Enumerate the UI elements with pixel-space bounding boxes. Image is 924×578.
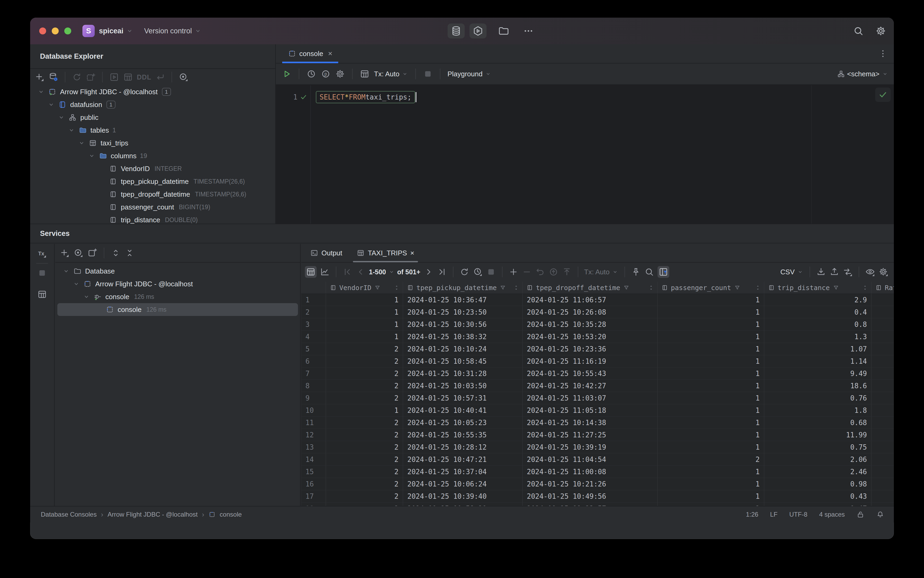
unlock-icon[interactable] <box>856 510 864 518</box>
cell-passenger-count[interactable]: 1 <box>658 404 764 416</box>
cell-passenger-count[interactable]: 1 <box>658 331 764 343</box>
grid-tx-dropdown[interactable]: Tx: Auto <box>584 268 619 276</box>
export-format-dropdown[interactable]: CSV <box>780 268 804 276</box>
select-opened-element-icon[interactable] <box>178 72 189 82</box>
grid-settings-gear-icon[interactable] <box>879 267 888 277</box>
row-number[interactable]: 5 <box>301 343 326 355</box>
sql-statement-line[interactable]: SELECT * FROM taxi_trips; <box>316 89 417 105</box>
jump-to-console-icon[interactable] <box>155 72 165 82</box>
cell-trip-distance[interactable]: 1.07 <box>764 343 871 355</box>
cell-trip-distance[interactable]: 1.14 <box>764 355 871 367</box>
close-window-button[interactable] <box>39 28 46 34</box>
row-number[interactable]: 7 <box>301 367 326 380</box>
chevron-down-icon[interactable] <box>72 280 80 288</box>
cell-trip-distance[interactable]: 0.76 <box>764 392 871 404</box>
cell-trip-distance[interactable]: 0.43 <box>764 490 871 502</box>
pin-tab-icon[interactable] <box>631 267 641 277</box>
cell-tpep-pickup-datetime[interactable]: 2024-01-25 10:58:45 <box>403 355 522 367</box>
history-icon[interactable] <box>306 69 316 79</box>
cell-vendorid[interactable]: 2 <box>326 466 403 478</box>
row-number[interactable]: 17 <box>301 490 326 502</box>
zoom-window-button[interactable] <box>64 28 71 34</box>
find-in-grid-icon[interactable] <box>644 267 654 277</box>
tab-options-kebab-icon[interactable] <box>878 49 888 59</box>
cell-tpep-pickup-datetime[interactable]: 2024-01-25 10:38:32 <box>403 331 522 343</box>
row-number[interactable]: 9 <box>301 392 326 404</box>
cell-vendorid[interactable]: 2 <box>326 392 403 404</box>
sort-arrows-icon[interactable] <box>754 284 761 291</box>
parameters-icon[interactable]: p <box>321 69 331 79</box>
minimize-window-button[interactable] <box>52 28 59 34</box>
tree-item-columns[interactable]: columns19 <box>30 149 275 162</box>
cell-tpep-pickup-datetime[interactable]: 2024-01-25 10:47:21 <box>403 453 522 465</box>
tree-item-datafusion[interactable]: datafusion1 <box>30 98 275 111</box>
tree-item-console[interactable]: console126 ms <box>57 303 298 316</box>
cell-rate[interactable] <box>871 441 894 453</box>
cell-tpep-pickup-datetime[interactable]: 2024-01-25 10:57:31 <box>403 392 522 404</box>
refresh-icon[interactable] <box>72 72 82 82</box>
cell-trip-distance[interactable]: 0.68 <box>764 417 871 429</box>
tree-item-tables[interactable]: tables1 <box>30 124 275 136</box>
cell-rate[interactable] <box>871 367 894 380</box>
cell-tpep-dropoff-datetime[interactable]: 2024-01-25 10:42:27 <box>522 380 658 392</box>
cell-rate[interactable] <box>871 404 894 416</box>
console-settings-icon[interactable] <box>335 69 345 79</box>
close-tab-icon[interactable]: × <box>328 49 332 58</box>
row-number[interactable]: 3 <box>301 318 326 330</box>
cell-tpep-dropoff-datetime[interactable]: 2024-01-25 10:23:36 <box>522 343 658 355</box>
inspections-widget[interactable] <box>875 88 891 102</box>
cell-vendorid[interactable]: 2 <box>326 429 403 441</box>
cell-trip-distance[interactable]: 0.75 <box>764 441 871 453</box>
tab-output[interactable]: Output <box>305 244 348 262</box>
cell-tpep-dropoff-datetime[interactable]: 2024-01-25 11:00:08 <box>522 466 658 478</box>
cell-vendorid[interactable]: 2 <box>326 478 403 490</box>
notifications-bell-icon[interactable] <box>876 510 884 518</box>
cell-vendorid[interactable]: 2 <box>326 453 403 465</box>
import-data-icon[interactable] <box>829 267 840 277</box>
more-actions-icon[interactable] <box>523 25 534 37</box>
stop-process-icon[interactable] <box>37 268 47 278</box>
cell-tpep-dropoff-datetime[interactable]: 2024-01-25 10:55:43 <box>522 367 658 380</box>
select-in-services-icon[interactable] <box>73 248 83 258</box>
cell-tpep-pickup-datetime[interactable]: 2024-01-25 10:03:50 <box>403 380 522 392</box>
tree-item-arrow-flight-jdbc-localhost[interactable]: Arrow Flight JDBC - @localhost1 <box>30 85 275 98</box>
cell-tpep-dropoff-datetime[interactable]: 2024-01-25 10:21:26 <box>522 478 658 490</box>
cell-rate[interactable] <box>871 429 894 441</box>
row-number[interactable]: 6 <box>301 355 326 367</box>
cell-tpep-dropoff-datetime[interactable]: 2024-01-25 11:04:54 <box>522 453 658 465</box>
cell-tpep-dropoff-datetime[interactable]: 2024-01-25 10:35:28 <box>522 318 658 330</box>
project-avatar[interactable]: S <box>83 25 95 37</box>
row-number[interactable]: 11 <box>301 417 326 429</box>
cell-trip-distance[interactable]: 2.46 <box>764 466 871 478</box>
line-separator[interactable]: LF <box>770 511 778 518</box>
cell-passenger-count[interactable]: 1 <box>658 306 764 318</box>
add-row-icon[interactable] <box>508 267 519 277</box>
tree-item-tpep-dropoff-datetime[interactable]: tpep_dropoff_datetimeTIMESTAMP(26,6) <box>30 188 275 201</box>
close-tab-icon[interactable]: × <box>410 249 414 257</box>
collapse-all-icon[interactable] <box>125 248 135 258</box>
tree-item-arrow-flight-jdbc-localhost[interactable]: Arrow Flight JDBC - @localhost <box>55 278 300 290</box>
browse-tables-icon[interactable] <box>360 69 370 79</box>
cell-trip-distance[interactable]: 1.3 <box>764 331 871 343</box>
editor-content[interactable]: 1 SELECT * FROM taxi_trips; <box>276 85 894 224</box>
breadcrumb-item[interactable]: Arrow Flight JDBC - @localhost <box>107 511 198 518</box>
previous-page-icon[interactable] <box>355 267 366 277</box>
column-header-rate[interactable]: Rate <box>871 282 894 294</box>
cell-rate[interactable] <box>871 318 894 330</box>
cell-vendorid[interactable]: 2 <box>326 380 403 392</box>
tree-item-taxi-trips[interactable]: taxi_trips <box>30 136 275 149</box>
expand-all-icon[interactable] <box>111 248 121 258</box>
auto-refresh-icon[interactable] <box>473 267 483 277</box>
cell-trip-distance[interactable]: 2.9 <box>764 294 871 306</box>
row-number[interactable]: 12 <box>301 429 326 441</box>
cell-passenger-count[interactable]: 1 <box>658 429 764 441</box>
column-header-passenger-count[interactable]: passenger_count <box>658 282 764 294</box>
cell-tpep-pickup-datetime[interactable]: 2024-01-25 10:10:24 <box>403 343 522 355</box>
cell-passenger-count[interactable]: 1 <box>658 318 764 330</box>
cell-tpep-dropoff-datetime[interactable]: 2024-01-25 10:39:19 <box>522 441 658 453</box>
cell-tpep-dropoff-datetime[interactable]: 2024-01-25 11:05:18 <box>522 404 658 416</box>
cell-tpep-pickup-datetime[interactable]: 2024-01-25 10:23:50 <box>403 306 522 318</box>
cell-passenger-count[interactable]: 1 <box>658 441 764 453</box>
cell-tpep-pickup-datetime[interactable]: 2024-01-25 10:31:28 <box>403 367 522 380</box>
run-widget-button[interactable] <box>470 23 486 39</box>
